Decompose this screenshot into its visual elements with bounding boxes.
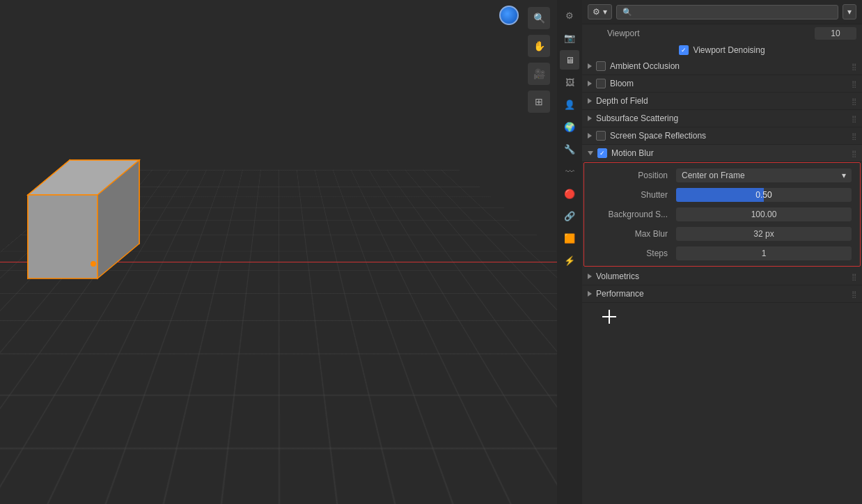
mb-handle[interactable]: ⣿ <box>852 150 856 157</box>
ao-arrow <box>588 63 592 69</box>
bloom-handle[interactable]: ⣿ <box>852 80 856 88</box>
viewport-denoising-row: ✓ Viewport Denoising <box>582 42 862 58</box>
dof-handle[interactable]: ⣿ <box>852 97 856 105</box>
sidebar-icon-constraints[interactable]: 🔗 <box>560 206 579 226</box>
bloom-label: Bloom <box>610 79 852 88</box>
panel-dropdown[interactable]: ⚙ ▾ <box>588 4 612 19</box>
shutter-label: Shutter <box>593 190 676 200</box>
ssr-section[interactable]: Screen Space Reflections ⣿ <box>582 127 862 145</box>
perf-arrow <box>588 291 592 297</box>
dof-arrow <box>588 98 592 104</box>
sss-arrow <box>588 116 592 121</box>
ao-handle[interactable]: ⣿ <box>852 63 856 70</box>
volumetrics-section[interactable]: Volumetrics ⣿ <box>582 268 862 285</box>
max-blur-row: Max Blur 32 px <box>584 224 860 244</box>
sidebar-icon-data[interactable]: 🟧 <box>560 228 579 248</box>
sss-label: Subsurface Scattering <box>596 113 852 123</box>
bloom-checkbox[interactable] <box>596 79 606 88</box>
position-dropdown[interactable]: Center on Frame ▾ <box>676 168 852 182</box>
position-value: Center on Frame <box>682 171 745 180</box>
steps-label: Steps <box>593 249 676 258</box>
sidebar-icon-view-layer[interactable]: 🖼 <box>560 72 579 92</box>
hand-icon[interactable]: ✋ <box>528 35 550 57</box>
search-icon: 🔍 <box>622 8 632 17</box>
grid-icon[interactable]: ⊞ <box>528 90 550 113</box>
vol-handle[interactable]: ⣿ <box>852 273 856 281</box>
view-indicator <box>499 6 519 25</box>
zoom-icon[interactable]: 🔍 <box>528 7 550 29</box>
steps-value[interactable]: 1 <box>676 246 852 260</box>
svg-marker-3 <box>28 195 97 278</box>
sss-section[interactable]: Subsurface Scattering ⣿ <box>582 110 862 127</box>
shutter-value[interactable]: 0.50 <box>676 188 852 202</box>
vol-label: Volumetrics <box>596 271 852 281</box>
vol-arrow <box>588 274 592 279</box>
perf-label: Performance <box>596 289 852 299</box>
ambient-occlusion-section[interactable]: Ambient Occlusion ⣿ <box>582 58 862 75</box>
dof-label: Depth of Field <box>596 96 852 106</box>
performance-section[interactable]: Performance ⣿ <box>582 285 862 303</box>
steps-row: Steps 1 <box>584 244 860 263</box>
ssr-handle[interactable]: ⣿ <box>852 132 856 140</box>
origin-dot <box>91 261 96 267</box>
perf-handle[interactable]: ⣿ <box>852 290 856 298</box>
sidebar-icon-modifier[interactable]: 〰 <box>560 162 579 181</box>
shutter-row: Shutter 0.50 <box>584 185 860 205</box>
3d-cube <box>14 139 153 292</box>
position-label: Position <box>593 171 676 180</box>
viewport-label: Viewport <box>602 29 815 38</box>
mb-label: Motion Blur <box>611 148 852 158</box>
camera-icon[interactable]: 🎥 <box>528 63 550 85</box>
max-blur-value[interactable]: 32 px <box>676 227 852 241</box>
panel-expand-button[interactable]: ▾ <box>843 4 856 19</box>
bg-scale-row: Background S... 100.00 <box>584 205 860 224</box>
motion-blur-content: Position Center on Frame ▾ Shutter 0.50 … <box>583 162 861 267</box>
sss-handle[interactable]: ⣿ <box>852 115 856 123</box>
mb-checkbox[interactable]: ✓ <box>597 148 607 158</box>
bg-scale-label: Background S... <box>593 210 676 219</box>
denoising-label: Viewport Denoising <box>693 45 765 55</box>
sidebar-icon-scene2[interactable]: 👤 <box>560 95 579 114</box>
bloom-arrow <box>588 81 592 86</box>
viewport-value[interactable]: 10 <box>815 27 856 40</box>
sidebar-icon-particles[interactable]: 🔴 <box>560 184 579 203</box>
properties-panel: ⚙ ▾ 🔍 ▾ Viewport 10 ✓ Viewport Denoising… <box>582 0 862 504</box>
ssr-arrow <box>588 133 592 139</box>
sidebar-icon-object[interactable]: 🔧 <box>560 139 579 159</box>
viewport-toolbar: 🔍 ✋ 🎥 ⊞ <box>528 7 550 113</box>
position-dropdown-arrow: ▾ <box>842 171 846 180</box>
sidebar-icon-material[interactable]: ⚡ <box>560 251 579 270</box>
sidebar-icon-render[interactable]: 📷 <box>560 28 579 47</box>
bg-scale-value[interactable]: 100.00 <box>676 207 852 221</box>
ao-checkbox[interactable] <box>596 61 606 71</box>
ssr-checkbox[interactable] <box>596 131 606 141</box>
sidebar-icon-output[interactable]: 🖥 <box>560 50 579 70</box>
denoising-checkbox[interactable]: ✓ <box>679 45 689 55</box>
sidebar-icon-world[interactable]: 🌍 <box>560 117 579 136</box>
sidebar-icons: ⚙ 📷 🖥 🖼 👤 🌍 🔧 〰 🔴 🔗 🟧 ⚡ <box>557 0 582 504</box>
panel-dropdown-icon: ⚙ <box>593 7 600 17</box>
dof-section[interactable]: Depth of Field ⣿ <box>582 93 862 110</box>
viewport-samples-row: Viewport 10 <box>582 24 862 42</box>
mb-arrow <box>588 151 593 155</box>
sidebar-icon-scene[interactable]: ⚙ <box>560 6 579 25</box>
right-panel: ⚙ 📷 🖥 🖼 👤 🌍 🔧 〰 🔴 🔗 🟧 ⚡ ⚙ ▾ 🔍 ▾ Viewpo <box>557 0 862 504</box>
ssr-label: Screen Space Reflections <box>610 131 852 141</box>
panel-dropdown-arrow: ▾ <box>603 7 607 17</box>
bloom-section[interactable]: Bloom ⣿ <box>582 75 862 93</box>
position-row: Position Center on Frame ▾ <box>584 166 860 185</box>
search-box[interactable]: 🔍 <box>616 5 838 19</box>
panel-header: ⚙ ▾ 🔍 ▾ <box>582 0 862 24</box>
max-blur-label: Max Blur <box>593 229 676 239</box>
viewport-area: 🔍 ✋ 🎥 ⊞ <box>0 0 557 504</box>
ao-label: Ambient Occlusion <box>610 61 852 71</box>
motion-blur-section[interactable]: ✓ Motion Blur ⣿ <box>582 145 862 162</box>
